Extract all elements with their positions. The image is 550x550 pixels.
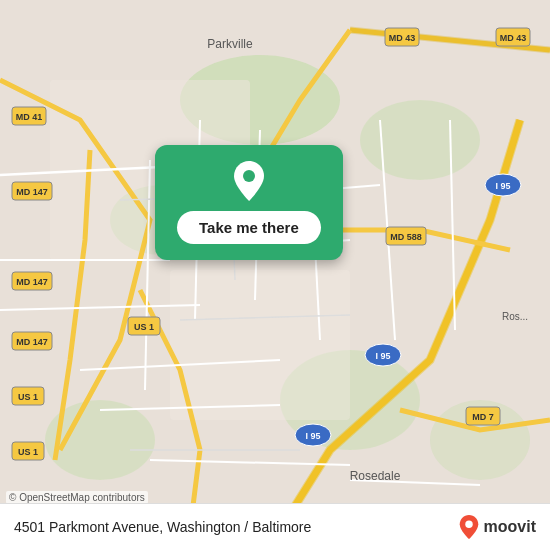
svg-text:MD 147: MD 147 — [16, 187, 48, 197]
address-text: 4501 Parkmont Avenue, Washington / Balti… — [14, 519, 311, 535]
svg-text:US 1: US 1 — [18, 392, 38, 402]
svg-text:US 1: US 1 — [18, 447, 38, 457]
moovit-label: moovit — [484, 518, 536, 536]
svg-rect-7 — [170, 270, 350, 420]
svg-text:Parkville: Parkville — [207, 37, 253, 51]
svg-text:MD 41: MD 41 — [16, 112, 43, 122]
svg-text:MD 147: MD 147 — [16, 337, 48, 347]
map-svg: MD 43 MD 43 MD 41 MD 147 MD 147 MD 147 U… — [0, 0, 550, 550]
svg-text:MD 7: MD 7 — [472, 412, 494, 422]
svg-text:I 95: I 95 — [495, 181, 510, 191]
take-me-there-container: Take me there — [155, 145, 343, 260]
moovit-pin-icon — [458, 514, 480, 540]
moovit-logo: moovit — [458, 514, 536, 540]
svg-text:MD 43: MD 43 — [500, 33, 527, 43]
svg-text:US 1: US 1 — [134, 322, 154, 332]
svg-point-2 — [360, 100, 480, 180]
map-container: MD 43 MD 43 MD 41 MD 147 MD 147 MD 147 U… — [0, 0, 550, 550]
svg-text:MD 43: MD 43 — [389, 33, 416, 43]
svg-text:MD 147: MD 147 — [16, 277, 48, 287]
svg-text:Ros...: Ros... — [502, 311, 528, 322]
take-me-there-card: Take me there — [155, 145, 343, 260]
svg-text:I 95: I 95 — [305, 431, 320, 441]
svg-text:MD 588: MD 588 — [390, 232, 422, 242]
svg-point-59 — [243, 170, 255, 182]
info-bar: 4501 Parkmont Avenue, Washington / Balti… — [0, 503, 550, 550]
svg-text:I 95: I 95 — [375, 351, 390, 361]
location-pin-icon — [230, 159, 268, 203]
svg-text:Rosedale: Rosedale — [350, 469, 401, 483]
svg-point-60 — [465, 521, 472, 528]
take-me-there-button[interactable]: Take me there — [177, 211, 321, 244]
